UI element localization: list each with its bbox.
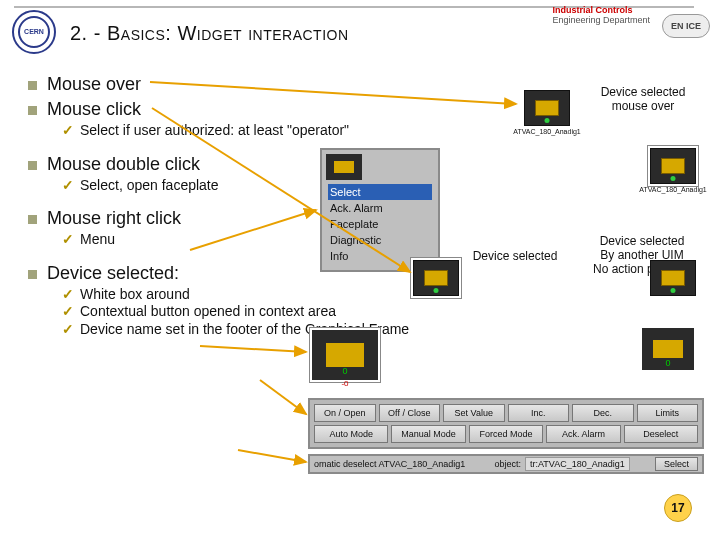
sub-bullet-text: Select if user authorized: at least "ope… xyxy=(80,122,349,140)
context-menu-item-select[interactable]: Select xyxy=(328,184,432,200)
bullet-text: Mouse click xyxy=(47,99,141,120)
sub-bullets: ✓ Select if user authorized: at least "o… xyxy=(62,122,418,140)
bullet-text: Device selected: xyxy=(47,263,179,284)
bullet-square-icon xyxy=(28,161,37,170)
enice-badge: EN ICE xyxy=(662,14,710,38)
button-row: Auto Mode Manual Mode Forced Mode Ack. A… xyxy=(314,425,698,443)
page-number: 17 xyxy=(664,494,692,522)
device-inner-icon xyxy=(424,270,448,286)
sub-bullet-text: White box around xyxy=(80,286,190,304)
label-line: mouse over xyxy=(612,99,675,113)
device-widget-big-selected[interactable]: 0 -0 xyxy=(310,328,380,382)
device-widget[interactable]: ATVAC_180_Anadig1 xyxy=(524,90,570,126)
cern-logo-text: CERN xyxy=(24,28,44,35)
footer-auto-deselect: omatic deselect ATVAC_180_Anadig1 xyxy=(314,459,465,469)
svg-line-3 xyxy=(200,346,306,352)
label-device-selected: Device selected xyxy=(460,250,570,264)
button-row: On / Open Off / Close Set Value Inc. Dec… xyxy=(314,404,698,422)
bullet-text: Mouse over xyxy=(47,74,141,95)
context-menu[interactable]: Select Ack. Alarm Faceplate Diagnostic I… xyxy=(320,148,440,272)
device-inner-icon xyxy=(653,340,683,358)
device-widget-big[interactable]: 0 xyxy=(642,328,694,370)
label-device-selected-mouse-over: Device selected mouse over xyxy=(588,86,698,114)
status-dot-icon xyxy=(434,288,439,293)
bullet-text: Mouse double click xyxy=(47,154,200,175)
device-widget-selected[interactable]: ATVAC_180_Anadig1 xyxy=(650,148,696,184)
manual-mode-button[interactable]: Manual Mode xyxy=(391,425,465,443)
footer-object-label: object: xyxy=(494,459,521,469)
bullet-mouse-over: Mouse over xyxy=(28,74,418,95)
status-dot-icon xyxy=(545,118,550,123)
device-widget-other-uim[interactable] xyxy=(650,260,696,296)
device-inner-icon xyxy=(535,100,559,116)
status-value: 0 xyxy=(342,366,347,376)
device-label: ATVAC_180_Anadig1 xyxy=(513,128,580,135)
device-inner-icon xyxy=(326,154,362,180)
device-widget-selected[interactable] xyxy=(413,260,459,296)
cern-logo: CERN xyxy=(12,10,56,54)
label-line: Device selected xyxy=(600,234,685,248)
check-icon: ✓ xyxy=(62,122,74,140)
footer-bar: omatic deselect ATVAC_180_Anadig1 object… xyxy=(308,454,704,474)
sub-bullet-text: Contextual button opened in context area xyxy=(80,303,336,321)
label-line: Device selected xyxy=(601,85,686,99)
sub-bullet: ✓ Contextual button opened in context ar… xyxy=(62,303,418,321)
sub-bullet: ✓ White box around xyxy=(62,286,418,304)
check-icon: ✓ xyxy=(62,303,74,321)
svg-line-4 xyxy=(260,380,306,414)
context-menu-list: Select Ack. Alarm Faceplate Diagnostic I… xyxy=(322,184,438,270)
button-bar: On / Open Off / Close Set Value Inc. Dec… xyxy=(308,398,704,449)
set-value-button[interactable]: Set Value xyxy=(443,404,505,422)
bullet-text: Mouse right click xyxy=(47,208,181,229)
limits-button[interactable]: Limits xyxy=(637,404,699,422)
status-value: 0 xyxy=(665,358,670,368)
device-label: ATVAC_180_Anadig1 xyxy=(639,186,706,193)
check-icon: ✓ xyxy=(62,321,74,339)
forced-mode-button[interactable]: Forced Mode xyxy=(469,425,543,443)
industrial-controls-label: Industrial Controls xyxy=(552,5,632,15)
status-value-red: -0 xyxy=(341,379,348,388)
inc-button[interactable]: Inc. xyxy=(508,404,570,422)
dec-button[interactable]: Dec. xyxy=(572,404,634,422)
select-button[interactable]: Select xyxy=(655,457,698,471)
device-inner-icon xyxy=(661,270,685,286)
device-inner-icon xyxy=(326,343,364,367)
footer-object-field[interactable]: tr:ATVAC_180_Anadig1 xyxy=(525,457,630,471)
context-menu-item-faceplate[interactable]: Faceplate xyxy=(328,216,432,232)
bullet-square-icon xyxy=(28,270,37,279)
header-right: Industrial Controls Engineering Departme… xyxy=(552,6,650,26)
context-menu-item-diagnostic[interactable]: Diagnostic xyxy=(328,232,432,248)
sub-bullet-text: Select, open faceplate xyxy=(80,177,219,195)
check-icon: ✓ xyxy=(62,286,74,304)
svg-line-5 xyxy=(238,450,306,462)
on-open-button[interactable]: On / Open xyxy=(314,404,376,422)
deselect-button[interactable]: Deselect xyxy=(624,425,698,443)
sub-bullet: ✓ Select if user authorized: at least "o… xyxy=(62,122,418,140)
auto-mode-button[interactable]: Auto Mode xyxy=(314,425,388,443)
context-menu-item-ack-alarm[interactable]: Ack. Alarm xyxy=(328,200,432,216)
status-dot-icon xyxy=(671,176,676,181)
sub-bullet-text: Menu xyxy=(80,231,115,249)
bullet-mouse-click: Mouse click xyxy=(28,99,418,120)
device-inner-icon xyxy=(661,158,685,174)
eng-dept-label: Engineering Department xyxy=(552,15,650,25)
ack-alarm-button[interactable]: Ack. Alarm xyxy=(546,425,620,443)
check-icon: ✓ xyxy=(62,177,74,195)
bullet-square-icon xyxy=(28,106,37,115)
bullet-square-icon xyxy=(28,81,37,90)
off-close-button[interactable]: Off / Close xyxy=(379,404,441,422)
check-icon: ✓ xyxy=(62,231,74,249)
page-title: 2. - Basics: Widget interaction xyxy=(70,22,349,45)
status-dot-icon xyxy=(671,288,676,293)
bullet-square-icon xyxy=(28,215,37,224)
